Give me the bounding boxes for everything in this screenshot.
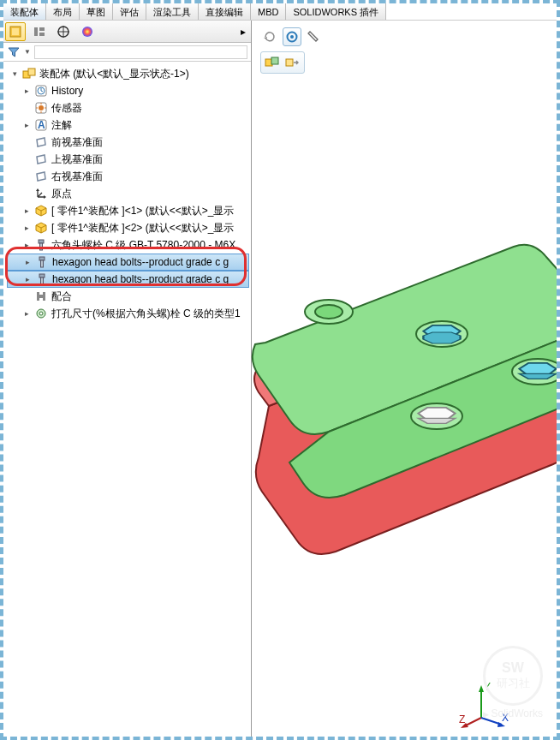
svg-rect-22 [41,278,44,284]
menu-render[interactable]: 渲染工具 [146,3,199,20]
expand-icon[interactable]: ▸ [23,258,32,266]
caliper-icon[interactable] [305,27,324,46]
svg-rect-1 [12,28,19,35]
display-state-next-button[interactable] [283,54,302,71]
tree-item-2[interactable]: ▸A注解 [7,116,249,134]
model-3d [217,183,560,663]
history-icon [34,84,48,98]
tree-item-label: [ 零件1^装配体 ]<1> (默认<<默认>_显示 [51,204,234,218]
view-orientation-button[interactable] [283,27,301,46]
svg-rect-24 [43,292,45,301]
tree-item-1[interactable]: 传感器 [7,99,249,116]
tree-item-label: 上视基准面 [51,152,103,167]
svg-rect-2 [34,27,38,36]
tree-item-8[interactable]: ▸[ 零件1^装配体 ]<2> (默认<<默认>_显示 [7,219,249,236]
collapse-icon[interactable]: ▾ [10,69,19,78]
svg-point-8 [82,27,92,37]
menu-assembly[interactable]: 装配体 [3,3,46,20]
svg-rect-25 [39,295,43,298]
bolt-icon [34,238,48,252]
tree-item-0[interactable]: ▸History [7,82,249,99]
watermark: SW研习社 ▶ SolidWorks [483,646,543,719]
svg-rect-21 [39,274,45,278]
tree-root[interactable]: ▾ 装配体 (默认<默认_显示状态-1>) [7,65,249,82]
tree-item-label: 原点 [51,187,72,201]
bolt-icon [35,272,49,286]
svg-point-14 [39,105,44,110]
viewport-3d[interactable]: YZX SW研习社 ▶ SolidWorks [252,21,557,737]
feature-tree-panel: ▸ ▼ ▾ 装配体 (默认<默认_显示状态-1>) ▸History传感器▸A注… [3,21,252,737]
svg-rect-23 [37,292,39,301]
expand-icon[interactable]: ▸ [22,87,31,95]
tab-config-manager[interactable] [53,22,74,41]
menu-layout[interactable]: 布局 [46,3,80,20]
svg-rect-10 [28,69,35,75]
expand-icon[interactable]: ▸ [22,224,31,232]
expand-icon[interactable]: ▸ [23,275,32,283]
tree-item-label: 打孔尺寸(%根据六角头螺)栓 C 级的类型1 [51,307,241,321]
tree-item-label: 六角头螺栓 C 级 GB-T 5780-2000 - M6X [51,238,235,253]
part-icon [34,221,48,235]
tree-item-10[interactable]: ▸hexagon head bolts--product grade c g [7,254,249,271]
svg-marker-37 [423,332,460,343]
menu-bar: 装配体 布局 草图 评估 渲染工具 直接编辑 MBD SOLIDWORKS 插件 [3,3,557,21]
filter-icon[interactable] [7,45,21,59]
annotation-icon: A [34,118,48,132]
tree-item-9[interactable]: ▸六角头螺栓 C 级 GB-T 5780-2000 - M6X [7,236,249,254]
tree-item-3[interactable]: 前视基准面 [7,134,249,151]
menu-mbd[interactable]: MBD [251,3,286,20]
menu-direct-edit[interactable]: 直接编辑 [199,3,251,20]
tree-item-label: [ 零件1^装配体 ]<2> (默认<<默认>_显示 [51,221,234,236]
tab-appearance[interactable] [77,22,98,41]
tree-item-13[interactable]: ▸打孔尺寸(%根据六角头螺)栓 C 级的类型1 [7,305,249,322]
tree-item-5[interactable]: 右视基准面 [7,168,249,185]
menu-plugins[interactable]: SOLIDWORKS 插件 [286,3,386,20]
tree-item-label: 传感器 [51,101,82,116]
svg-rect-20 [41,260,44,267]
expand-icon[interactable]: ▸ [22,121,31,129]
context-icon[interactable] [260,27,279,46]
feature-tree: ▾ 装配体 (默认<默认_显示状态-1>) ▸History传感器▸A注解前视基… [3,62,251,325]
expand-icon[interactable]: ▸ [22,309,31,318]
plane-icon [34,135,48,149]
tree-item-label: 注解 [51,118,72,133]
tree-item-label: History [51,85,83,97]
tree-item-12[interactable]: 配合 [7,288,249,305]
tree-item-6[interactable]: 原点 [7,185,249,202]
bolt-icon [35,255,49,269]
tree-item-11[interactable]: ▸hexagon head bolts--product grade c g [7,271,249,288]
tree-item-label: hexagon head bolts--product grade c g [52,256,229,268]
filter-input[interactable] [34,45,247,59]
tree-item-label: 配合 [51,289,72,304]
part-icon [34,204,48,218]
plane-icon [34,170,48,183]
hole-icon [34,307,48,320]
assembly-icon [22,67,36,81]
display-state-button[interactable] [263,54,282,71]
tree-item-4[interactable]: 上视基准面 [7,151,249,168]
tree-item-label: 右视基准面 [51,170,103,184]
menu-evaluate[interactable]: 评估 [113,3,146,20]
menu-sketch[interactable]: 草图 [80,3,113,20]
expand-icon[interactable]: ▸ [22,241,31,249]
svg-rect-4 [39,33,45,36]
origin-icon [34,187,48,200]
sensor-icon [34,101,48,115]
plane-icon [34,152,48,166]
tree-item-label: hexagon head bolts--product grade c g [52,273,229,285]
tree-item-7[interactable]: ▸[ 零件1^装配体 ]<1> (默认<<默认>_显示 [7,202,249,219]
panel-tabs: ▸ [3,21,251,43]
svg-rect-18 [40,243,43,250]
tab-property-manager[interactable] [29,22,50,41]
mate-icon [34,289,48,303]
tab-feature-tree[interactable] [5,22,26,41]
panel-dropdown[interactable]: ▸ [237,22,249,41]
svg-rect-32 [286,59,293,66]
expand-icon[interactable]: ▸ [22,206,31,215]
svg-rect-31 [271,57,278,64]
tree-item-label: 前视基准面 [51,135,103,150]
svg-text:Z: Z [459,713,465,725]
filter-dropdown-icon[interactable]: ▼ [24,48,31,56]
svg-rect-17 [39,240,44,243]
svg-text:A: A [38,119,45,131]
